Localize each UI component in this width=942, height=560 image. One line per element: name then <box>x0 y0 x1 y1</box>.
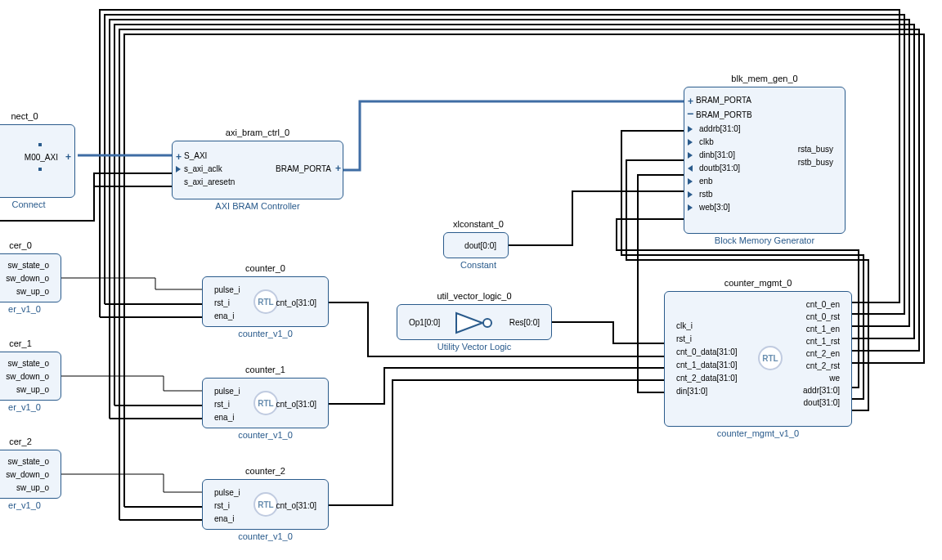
port-bram-porta: BRAM_PORTA <box>276 164 331 173</box>
port-pulse-i: pulse_i <box>214 488 240 497</box>
port-cnt-0-rst: cnt_0_rst <box>806 312 840 321</box>
port-bram-portb: BRAM_PORTB <box>696 110 752 119</box>
block-axi-bram-ctrl[interactable]: + S_AXI s_axi_aclk s_axi_aresetn BRAM_PO… <box>172 141 343 199</box>
block-blk-mem-gen[interactable]: + BRAM_PORTA − BRAM_PORTB addrb[31:0] cl… <box>684 87 846 234</box>
counter-1-title: counter_1 <box>202 365 329 374</box>
counter-2-footer: counter_v1_0 <box>202 531 329 541</box>
port-s-axi: S_AXI <box>184 151 207 160</box>
block-util-vector-logic[interactable]: Op1[0:0] Res[0:0] <box>397 304 552 340</box>
port-rst-i: rst_i <box>676 334 692 343</box>
rtl-badge-icon: RTL <box>253 289 278 314</box>
port-sw-down-o: sw_down_o <box>6 372 49 381</box>
port-bram-porta: BRAM_PORTA <box>696 96 751 105</box>
port-cnt-o: cnt_o[31:0] <box>276 501 316 510</box>
block-debouncer-0[interactable]: sw_state_o sw_down_o sw_up_o <box>0 253 61 302</box>
expand-icon[interactable]: + <box>335 163 341 174</box>
counter-mgmt-footer: counter_mgmt_v1_0 <box>664 428 852 438</box>
port-dout: dout[0:0] <box>464 241 496 250</box>
expand-icon[interactable]: + <box>176 151 182 163</box>
port-sw-state-o: sw_state_o <box>7 359 49 368</box>
port-cnt-2-data: cnt_2_data[31:0] <box>676 374 738 383</box>
block-counter-0[interactable]: pulse_i rst_i ena_i RTL cnt_o[31:0] <box>202 276 329 327</box>
debouncer-0-footer: er_v1_0 <box>0 304 49 314</box>
port-sw-up-o: sw_up_o <box>16 385 49 394</box>
debouncer-1-title: cer_1 <box>0 338 41 348</box>
rtl-badge-icon: RTL <box>758 346 783 370</box>
port-rst-i: rst_i <box>214 501 230 510</box>
expand-icon[interactable]: + <box>65 151 71 163</box>
interconnect-title: nect_0 <box>0 111 49 121</box>
interconnect-footer: Connect <box>0 199 57 209</box>
block-xlconstant[interactable]: dout[0:0] <box>443 232 509 258</box>
expand-icon[interactable]: + <box>688 96 693 107</box>
counter-0-title: counter_0 <box>202 263 329 273</box>
port-op1: Op1[0:0] <box>409 318 440 327</box>
port-dout: dout[31:0] <box>804 398 840 407</box>
port-rst-i: rst_i <box>214 400 230 409</box>
port-sw-down-o: sw_down_o <box>6 470 49 479</box>
util-vector-logic-footer: Utility Vector Logic <box>397 342 552 352</box>
port-addrb: addrb[31:0] <box>699 124 741 133</box>
debouncer-1-footer: er_v1_0 <box>0 402 49 412</box>
block-debouncer-1[interactable]: sw_state_o sw_down_o sw_up_o <box>0 352 61 401</box>
port-dinb: dinb[31:0] <box>699 150 735 159</box>
port-cnt-1-rst: cnt_1_rst <box>806 337 840 346</box>
axi-bram-ctrl-footer: AXI BRAM Controller <box>172 201 343 211</box>
port-res: Res[0:0] <box>509 318 540 327</box>
port-we: we <box>829 374 840 383</box>
block-counter-1[interactable]: pulse_i rst_i ena_i RTL cnt_o[31:0] <box>202 378 329 428</box>
debouncer-0-title: cer_0 <box>0 240 41 250</box>
svg-point-1 <box>483 319 491 327</box>
port-doutb: doutb[31:0] <box>699 164 740 172</box>
port-addr: addr[31:0] <box>803 386 840 395</box>
svg-marker-0 <box>456 313 482 333</box>
port-cnt-1-data: cnt_1_data[31:0] <box>676 361 738 370</box>
blk-mem-gen-title: blk_mem_gen_0 <box>684 74 846 83</box>
block-axi-interconnect[interactable]: M00_AXI + <box>0 124 75 198</box>
port-ena-i: ena_i <box>214 311 234 320</box>
debouncer-2-footer: er_v1_0 <box>0 500 49 510</box>
xlconstant-footer: Constant <box>433 260 523 270</box>
port-clkb: clkb <box>699 137 714 146</box>
port-rstb-busy: rstb_busy <box>798 158 833 167</box>
port-enb: enb <box>699 177 713 186</box>
port-sw-up-o: sw_up_o <box>16 287 49 296</box>
port-m00-axi: M00_AXI <box>25 153 58 162</box>
port-pulse-i: pulse_i <box>214 387 240 396</box>
inverter-icon <box>453 310 499 336</box>
port-cnt-2-rst: cnt_2_rst <box>806 361 840 370</box>
port-rst-i: rst_i <box>214 298 230 307</box>
port-sw-state-o: sw_state_o <box>7 261 49 270</box>
axi-bram-ctrl-title: axi_bram_ctrl_0 <box>172 128 343 137</box>
port-cnt-o: cnt_o[31:0] <box>276 400 316 409</box>
blk-mem-gen-footer: Block Memory Generator <box>684 235 846 245</box>
debouncer-2-title: cer_2 <box>0 437 41 446</box>
xlconstant-title: xlconstant_0 <box>433 219 523 229</box>
port-cnt-0-en: cnt_0_en <box>806 300 840 309</box>
port-rsta-busy: rsta_busy <box>798 145 833 154</box>
port-s-axi-aclk: s_axi_aclk <box>184 164 222 173</box>
counter-mgmt-title: counter_mgmt_0 <box>664 278 852 288</box>
port-sw-up-o: sw_up_o <box>16 483 49 492</box>
port-cnt-1-en: cnt_1_en <box>806 325 840 334</box>
port-din: din[31:0] <box>676 387 707 396</box>
port-sw-down-o: sw_down_o <box>6 274 49 283</box>
port-cnt-o: cnt_o[31:0] <box>276 298 316 307</box>
block-counter-2[interactable]: pulse_i rst_i ena_i RTL cnt_o[31:0] <box>202 479 329 530</box>
port-ena-i: ena_i <box>214 413 234 422</box>
counter-0-footer: counter_v1_0 <box>202 329 329 338</box>
port-clk-i: clk_i <box>676 321 693 330</box>
collapse-icon[interactable]: − <box>687 107 693 120</box>
counter-1-footer: counter_v1_0 <box>202 430 329 440</box>
port-pulse-i: pulse_i <box>214 285 240 294</box>
port-s-axi-aresetn: s_axi_aresetn <box>184 177 235 186</box>
block-counter-mgmt[interactable]: clk_i rst_i cnt_0_data[31:0] cnt_1_data[… <box>664 291 852 427</box>
util-vector-logic-title: util_vector_logic_0 <box>397 291 552 301</box>
counter-2-title: counter_2 <box>202 466 329 476</box>
port-sw-state-o: sw_state_o <box>7 457 49 466</box>
rtl-badge-icon: RTL <box>253 492 278 517</box>
rtl-badge-icon: RTL <box>253 391 278 415</box>
port-web: web[3:0] <box>699 203 730 212</box>
port-ena-i: ena_i <box>214 514 234 523</box>
block-debouncer-2[interactable]: sw_state_o sw_down_o sw_up_o <box>0 450 61 499</box>
